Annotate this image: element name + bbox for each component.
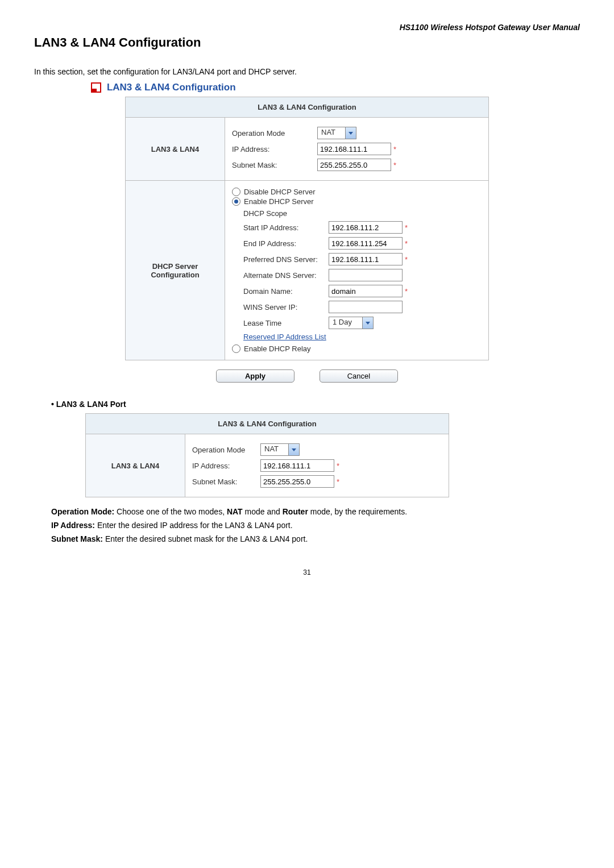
scope-label: DHCP Scope: [243, 209, 287, 218]
lease-label: Lease Time: [243, 319, 329, 327]
radio-disable-dhcp[interactable]: [232, 188, 240, 196]
chevron-down-icon[interactable]: [362, 317, 373, 329]
op-mode-desc-t3: mode, by the requirements.: [308, 507, 407, 516]
mask-desc-label: Subnet Mask:: [51, 534, 103, 543]
lan2-row-label: LAN3 & LAN4: [86, 434, 185, 497]
config-table-port: LAN3 & LAN4 Configuration LAN3 & LAN4 Op…: [85, 413, 449, 497]
reserved-ip-link[interactable]: Reserved IP Address List: [243, 333, 326, 341]
radio-enable-relay[interactable]: [232, 344, 240, 353]
ip-desc-label: IP Address:: [51, 521, 95, 530]
ip-input-2[interactable]: [260, 459, 334, 472]
wins-input[interactable]: [329, 301, 403, 313]
config-table-main: LAN3 & LAN4 Configuration LAN3 & LAN4 Op…: [125, 97, 489, 360]
required-star: *: [405, 239, 408, 248]
chevron-down-icon[interactable]: [288, 444, 299, 455]
op-mode-label: Operation Mode: [232, 129, 317, 138]
radio-enable-dhcp[interactable]: [232, 197, 240, 206]
page-title: LAN3 & LAN4 Configuration: [34, 35, 580, 50]
dhcp-row-label: DHCP Server Configuration: [126, 181, 225, 360]
required-star: *: [337, 477, 339, 486]
alt-dns-input[interactable]: [329, 269, 403, 281]
start-ip-label: Start IP Address:: [243, 223, 329, 232]
lease-value: 1 Day: [329, 317, 362, 329]
mask-label: Subnet Mask:: [232, 161, 317, 169]
bullet-title: LAN3 & LAN4 Port: [51, 400, 580, 409]
radio-relay-label: Enable DHCP Relay: [244, 344, 311, 353]
apply-button[interactable]: Apply: [216, 369, 294, 383]
intro-text: In this section, set the configuration f…: [34, 67, 580, 76]
pref-dns-label: Preferred DNS Server:: [243, 255, 329, 264]
required-star: *: [393, 145, 396, 153]
section-icon: [91, 82, 101, 93]
op-mode-desc-label: Operation Mode:: [51, 507, 114, 516]
ip-desc-text: Enter the desired IP address for the LAN…: [95, 521, 293, 530]
mask-desc-text: Enter the desired subnet mask for the LA…: [103, 534, 308, 543]
domain-input[interactable]: [329, 285, 403, 297]
end-ip-label: End IP Address:: [243, 239, 329, 248]
mask-label-2: Subnet Mask:: [192, 477, 260, 486]
section-heading: LAN3 & LAN4 Configuration: [107, 82, 236, 93]
domain-label: Domain Name:: [243, 287, 329, 296]
op-mode-desc-nat: NAT: [227, 507, 243, 516]
ip-input[interactable]: [317, 143, 391, 155]
descriptions: Operation Mode: Choose one of the two mo…: [51, 505, 580, 546]
start-ip-input[interactable]: [329, 221, 403, 234]
ip-label: IP Address:: [232, 145, 317, 153]
cancel-button[interactable]: Cancel: [320, 369, 398, 383]
radio-disable-label: Disable DHCP Server: [244, 188, 315, 196]
table-header: LAN3 & LAN4 Configuration: [126, 97, 489, 118]
dhcp-row-content: Disable DHCP Server Enable DHCP Server D…: [225, 181, 489, 360]
op-mode-select-2[interactable]: NAT: [260, 443, 300, 456]
required-star: *: [405, 287, 408, 296]
radio-enable-label: Enable DHCP Server: [244, 197, 314, 206]
page-number: 31: [34, 568, 580, 576]
required-star: *: [393, 161, 396, 169]
alt-dns-label: Alternate DNS Server:: [243, 271, 329, 280]
lan2-row-content: Operation Mode NAT IP Address: * Subnet …: [185, 434, 449, 497]
op-mode-desc-t1: Choose one of the two modes,: [114, 507, 227, 516]
required-star: *: [337, 462, 339, 470]
lan-row-content: Operation Mode NAT IP Address: * Subnet …: [225, 118, 489, 181]
manual-header: HS1100 Wireless Hotspot Gateway User Man…: [34, 23, 580, 32]
lease-select[interactable]: 1 Day: [329, 317, 374, 329]
end-ip-input[interactable]: [329, 237, 403, 250]
op-mode-value-2: NAT: [261, 444, 288, 455]
op-mode-desc-t2: mode and: [243, 507, 283, 516]
mask-input[interactable]: [317, 159, 391, 171]
op-mode-label-2: Operation Mode: [192, 446, 260, 454]
table2-header: LAN3 & LAN4 Configuration: [86, 414, 449, 434]
op-mode-desc-router: Router: [283, 507, 308, 516]
lan-row-label: LAN3 & LAN4: [126, 118, 225, 181]
op-mode-select[interactable]: NAT: [317, 127, 356, 139]
wins-label: WINS Server IP:: [243, 303, 329, 312]
ip-label-2: IP Address:: [192, 462, 260, 470]
mask-input-2[interactable]: [260, 475, 334, 488]
required-star: *: [405, 223, 408, 232]
required-star: *: [405, 255, 408, 264]
chevron-down-icon[interactable]: [345, 127, 356, 139]
op-mode-value: NAT: [318, 127, 345, 139]
pref-dns-input[interactable]: [329, 253, 403, 265]
